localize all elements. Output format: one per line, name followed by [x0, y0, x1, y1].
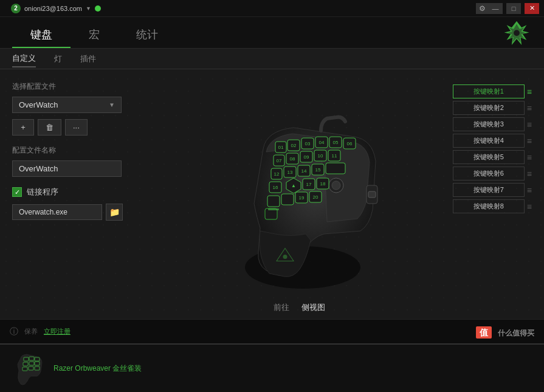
watermark-text: 值 什么值得买: [476, 325, 534, 338]
key-mapping-1[interactable]: 按键映射1 ≡: [453, 84, 532, 98]
svg-text:03: 03: [305, 141, 310, 146]
svg-rect-54: [24, 357, 29, 361]
svg-rect-58: [29, 362, 34, 365]
exe-input-row: 📁: [12, 204, 146, 221]
settings-button[interactable]: ⚙: [476, 3, 488, 14]
close-button[interactable]: ✕: [525, 3, 539, 14]
key-map-8-label: 按键映射8: [453, 199, 525, 213]
svg-text:14: 14: [301, 168, 306, 174]
minimize-button[interactable]: —: [488, 3, 503, 14]
panels-row: 选择配置文件 OverWatch ▼ + 🗑 ··· 配置文件名称 ✓ 链接程序: [0, 69, 544, 319]
svg-text:16: 16: [272, 185, 278, 190]
sub-tab-light[interactable]: 灯: [54, 51, 62, 67]
keyboard-device-visual: 02 03 04 05 06 01 07: [215, 112, 385, 289]
svg-rect-60: [22, 367, 27, 371]
svg-text:▲: ▲: [291, 183, 296, 188]
bottom-device-bar: Razer Orbweaver 金丝雀装: [0, 343, 544, 392]
key-map-2-menu-icon[interactable]: ≡: [527, 103, 532, 113]
user-dropdown-arrow[interactable]: ▼: [86, 5, 91, 12]
titlebar: 2 onioni23@163.com ▼ ⚙ — □ ✕: [0, 0, 544, 17]
key-map-7-label: 按键映射7: [453, 183, 525, 197]
svg-text:12: 12: [274, 171, 279, 177]
razer-logo: [501, 20, 532, 47]
key-map-4-menu-icon[interactable]: ≡: [527, 136, 532, 146]
svg-text:20: 20: [312, 194, 318, 200]
svg-text:01: 01: [278, 145, 283, 150]
view-side[interactable]: 侧视图: [301, 302, 325, 313]
add-profile-button[interactable]: +: [12, 119, 34, 136]
tab-keyboard[interactable]: 键盘: [12, 27, 71, 48]
key-mapping-3[interactable]: 按键映射3 ≡: [453, 117, 532, 131]
svg-text:05: 05: [332, 140, 338, 145]
user-email: onioni23@163.com: [24, 5, 82, 12]
key-mapping-7[interactable]: 按键映射7 ≡: [453, 183, 532, 197]
key-map-1-label: 按键映射1: [453, 84, 525, 98]
key-mapping-8[interactable]: 按键映射8 ≡: [453, 199, 532, 213]
key-map-1-menu-icon[interactable]: ≡: [527, 87, 532, 97]
more-options-button[interactable]: ···: [65, 119, 88, 136]
link-program-checkbox[interactable]: ✓: [12, 187, 22, 197]
key-mapping-2[interactable]: 按键映射2 ≡: [453, 101, 532, 115]
key-mapping-4[interactable]: 按键映射4 ≡: [453, 134, 532, 148]
titlebar-user-area: 2 onioni23@163.com ▼: [11, 4, 101, 13]
maximize-button[interactable]: □: [506, 3, 521, 14]
delete-profile-button[interactable]: 🗑: [38, 119, 61, 136]
key-map-6-label: 按键映射6: [453, 167, 525, 181]
exe-input[interactable]: [12, 204, 102, 220]
key-map-3-menu-icon[interactable]: ≡: [527, 120, 532, 129]
tab-macro[interactable]: 宏: [71, 27, 118, 48]
svg-text:08: 08: [289, 156, 295, 162]
left-panel: 选择配置文件 OverWatch ▼ + 🗑 ··· 配置文件名称 ✓ 链接程序: [12, 81, 146, 319]
sub-tab-plugin[interactable]: 插件: [80, 51, 96, 67]
right-panel: 按键映射1 ≡ 按键映射2 ≡ 按键映射3 ≡ 按键映射4 ≡ 按键映射5: [453, 81, 532, 319]
device-thumbnail[interactable]: [10, 350, 46, 387]
svg-text:18: 18: [320, 181, 325, 187]
profile-name-input[interactable]: [12, 160, 122, 177]
view-front[interactable]: 前往: [274, 302, 289, 313]
key-map-7-menu-icon[interactable]: ≡: [527, 185, 532, 195]
folder-icon: 📁: [109, 207, 120, 217]
key-map-8-menu-icon[interactable]: ≡: [527, 202, 532, 211]
svg-text:15: 15: [315, 167, 320, 173]
key-map-6-menu-icon[interactable]: ≡: [527, 169, 532, 179]
key-map-2-label: 按键映射2: [453, 101, 525, 115]
svg-rect-32: [326, 163, 345, 174]
sub-tab-customize[interactable]: 自定义: [12, 50, 36, 67]
maintenance-label: 保养: [24, 327, 38, 336]
svg-rect-62: [35, 366, 40, 370]
center-panel: 02 03 04 05 06 01 07: [152, 81, 447, 319]
profile-select-text: OverWatch: [19, 100, 109, 109]
key-mapping-5[interactable]: 按键映射5 ≡: [453, 150, 532, 164]
footer-watermark: 值 什么值得买: [476, 325, 534, 339]
online-status-dot: [95, 5, 101, 12]
profile-select-dropdown[interactable]: OverWatch ▼: [12, 97, 122, 113]
svg-text:19: 19: [298, 195, 304, 201]
key-map-5-label: 按键映射5: [453, 150, 525, 164]
svg-rect-55: [29, 357, 34, 360]
svg-point-53: [283, 255, 287, 259]
browse-folder-button[interactable]: 📁: [106, 204, 123, 221]
register-link[interactable]: 立即注册: [44, 327, 71, 336]
svg-text:06: 06: [346, 141, 352, 146]
main-navigation: 键盘 宏 统计: [0, 17, 544, 49]
svg-text:17: 17: [306, 182, 311, 187]
svg-rect-57: [23, 362, 28, 366]
profile-section-label: 选择配置文件: [12, 81, 146, 92]
link-program-label: 链接程序: [27, 187, 58, 198]
footer-bar: ⓘ 保养 立即注册 值 什么值得买: [0, 319, 544, 343]
key-mapping-6[interactable]: 按键映射6 ≡: [453, 167, 532, 181]
sub-navigation: 自定义 灯 插件: [0, 49, 544, 69]
svg-rect-43: [281, 194, 294, 205]
svg-point-34: [332, 181, 340, 190]
info-icon: ⓘ: [10, 326, 18, 337]
window-controls: — □ ✕: [488, 3, 539, 14]
svg-text:09: 09: [303, 154, 309, 160]
link-program-row: ✓ 链接程序: [12, 187, 146, 198]
checkbox-check-icon: ✓: [15, 189, 20, 196]
svg-text:11: 11: [331, 153, 337, 159]
tab-stats[interactable]: 统计: [118, 27, 176, 48]
profile-name-label: 配置文件名称: [12, 145, 146, 156]
key-map-5-menu-icon[interactable]: ≡: [527, 153, 532, 162]
svg-rect-61: [29, 366, 33, 370]
svg-rect-42: [267, 196, 280, 207]
